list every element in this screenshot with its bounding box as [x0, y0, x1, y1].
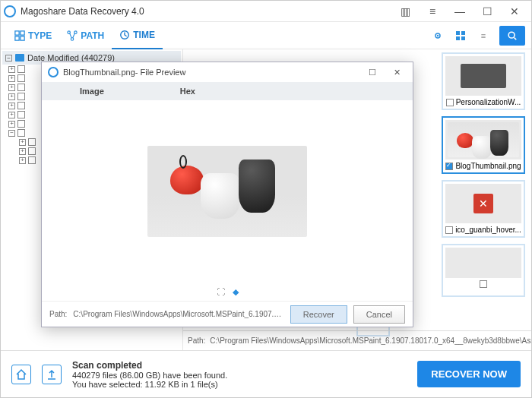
refresh-icon[interactable]: ◆ [233, 287, 239, 297]
preview-path-label: Path: [49, 310, 67, 318]
thumbnail-checkbox[interactable] [446, 99, 454, 106]
tab-path-label: PATH [81, 30, 104, 41]
path-icon [67, 30, 78, 41]
tab-type[interactable]: TYPE [7, 22, 59, 49]
thumbnail-item[interactable]: ✕ ico_guanbi_hover... [442, 180, 525, 238]
footer: Scan completed 440279 files (86.00 GB) h… [1, 350, 531, 397]
preview-image [147, 146, 307, 237]
tab-time[interactable]: TIME [112, 22, 163, 49]
svg-rect-3 [21, 36, 24, 39]
toolbar: TYPE PATH TIME ≡ [1, 22, 531, 49]
svg-rect-1 [21, 30, 24, 34]
preview-maximize-button[interactable]: ☐ [363, 64, 382, 81]
thumbnail-item[interactable] [442, 244, 525, 297]
content-path-bar: Path: C:\Program Files\WindowsApps\Micro… [183, 330, 531, 350]
thumbnail-checkbox[interactable] [480, 280, 487, 288]
list-view-icon[interactable]: ≡ [474, 27, 492, 45]
svg-rect-11 [461, 31, 465, 35]
folder-icon [15, 54, 24, 62]
grid-view-icon[interactable] [451, 27, 470, 45]
thumbnail-label: BlogThumbnail.png [455, 162, 521, 170]
preview-tab-hex[interactable]: Hex [142, 87, 233, 96]
cancel-button[interactable]: Cancel [353, 305, 405, 324]
thumbnail-label: PersonalizationW... [456, 98, 521, 106]
tab-path[interactable]: PATH [59, 22, 112, 49]
thumbnail-image: ✕ [445, 184, 521, 223]
scan-found: 440279 files (86.00 GB) have been found. [72, 371, 407, 380]
type-icon [14, 30, 25, 41]
svg-rect-10 [456, 31, 460, 35]
preview-tools: ⛶ ◆ [42, 283, 413, 301]
thumbnail-image [445, 56, 521, 96]
menu-icon[interactable]: ≡ [419, 1, 446, 22]
preview-close-button[interactable]: ✕ [387, 64, 407, 81]
minimize-button[interactable]: — [446, 1, 473, 22]
export-button[interactable] [42, 365, 62, 384]
error-icon: ✕ [473, 194, 493, 213]
svg-rect-13 [461, 36, 465, 40]
preview-body [42, 100, 413, 283]
path-value: C:\Program Files\WindowsApps\Microsoft.M… [210, 336, 531, 345]
scan-info: Scan completed 440279 files (86.00 GB) h… [72, 360, 407, 389]
recover-now-button[interactable]: RECOVER NOW [417, 361, 521, 387]
titlebar: Magoshare Data Recovery 4.0 ▥ ≡ — ☐ ✕ [1, 1, 531, 22]
preview-dialog: BlogThumbnail.png- File Preview ☐ ✕ Imag… [41, 62, 413, 327]
svg-rect-2 [15, 36, 19, 39]
kettle-handle [179, 155, 187, 169]
app-icon [48, 67, 59, 77]
svg-point-14 [508, 32, 515, 38]
layout-icon[interactable]: ▥ [391, 1, 419, 22]
thumbnail-label: ico_guanbi_hover... [455, 226, 521, 234]
svg-point-9 [437, 34, 439, 36]
preview-path: C:\Program Files\WindowsApps\Microsoft.M… [73, 310, 283, 318]
thumbnail-image [445, 120, 521, 160]
svg-point-6 [71, 37, 74, 40]
scan-status: Scan completed [72, 360, 407, 371]
preview-tab-image[interactable]: Image [42, 87, 142, 96]
maximize-button[interactable]: ☐ [473, 1, 501, 22]
recover-button[interactable]: Recover [290, 305, 347, 324]
thumbnail-checkbox[interactable] [445, 163, 453, 170]
thumbnail-image [445, 248, 521, 278]
thumbnail-checkbox[interactable] [445, 226, 453, 234]
eye-icon[interactable] [429, 27, 447, 45]
preview-title: BlogThumbnail.png- File Preview [63, 68, 185, 77]
time-icon [119, 30, 130, 40]
svg-rect-0 [15, 30, 19, 34]
thumbnail-item-selected[interactable]: BlogThumbnail.png [442, 116, 525, 174]
search-button[interactable] [499, 26, 525, 46]
close-button[interactable]: ✕ [501, 1, 528, 22]
home-button[interactable] [11, 365, 31, 384]
tab-time-label: TIME [133, 30, 155, 40]
preview-titlebar: BlogThumbnail.png- File Preview ☐ ✕ [42, 62, 413, 82]
path-label: Path: [188, 336, 205, 345]
thumbnail-item[interactable]: PersonalizationW... [442, 52, 525, 110]
tab-type-label: TYPE [28, 30, 52, 41]
svg-rect-12 [456, 36, 460, 40]
preview-footer: Path: C:\Program Files\WindowsApps\Micro… [42, 301, 413, 327]
preview-tabs: Image Hex [42, 82, 413, 100]
scan-selected: You have selected: 11.92 KB in 1 file(s) [72, 380, 407, 389]
app-icon [4, 5, 16, 17]
thumbnail-column: PersonalizationW... BlogThumbnail.png ✕ … [442, 52, 525, 297]
app-title: Magoshare Data Recovery 4.0 [21, 6, 391, 17]
fit-icon[interactable]: ⛶ [217, 287, 225, 296]
